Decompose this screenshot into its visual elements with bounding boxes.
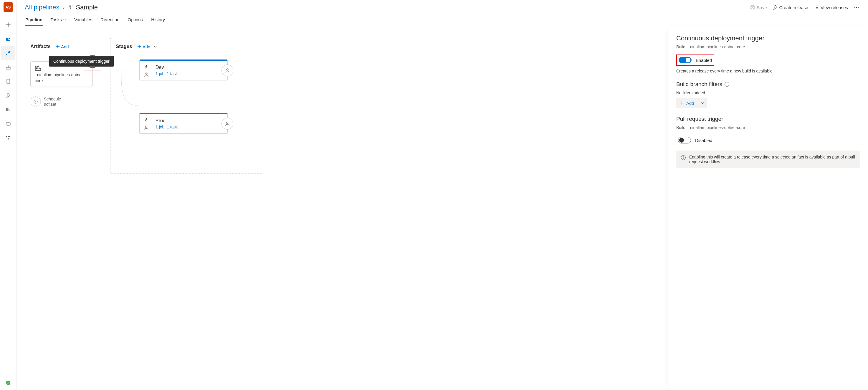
tab-tasks[interactable]: Tasks [50,15,67,26]
artifact-name: _ninallam.pipelines-dotnet-core [35,72,88,84]
rocket-icon [773,5,778,10]
svg-point-20 [226,122,228,124]
svg-rect-6 [7,79,10,83]
cd-trigger-toggle-label: Enabled [696,58,712,63]
stages-panel: Stages Add [110,38,263,174]
cd-trigger-desc: Creates a release every time a new build… [676,69,860,73]
pr-trigger-callout-text: Enabling this will create a release ever… [689,155,855,164]
svg-point-4 [6,54,7,55]
pr-trigger-callout: i Enabling this will create a release ev… [676,151,860,168]
svg-rect-5 [6,67,10,69]
branch-filters-section: Build branch filters i No filters added.… [676,81,860,108]
pr-trigger-title: Pull request trigger [676,116,723,122]
save-button: Save [750,5,767,10]
pr-trigger-toggle[interactable] [678,137,691,144]
svg-point-19 [146,126,147,128]
add-branch-filter-dropdown[interactable] [698,98,707,108]
pr-trigger-toggle-row: Disabled [676,135,714,145]
nav-add-icon[interactable] [1,18,15,32]
stage-subtitle[interactable]: 1 job, 1 task [156,71,210,76]
svg-rect-1 [7,39,7,40]
left-nav-rail: AS [0,0,17,390]
bolt-icon [144,118,149,123]
svg-rect-2 [8,38,8,40]
header: All pipelines › Sample Save Create relea… [17,0,868,12]
cd-trigger-section: Continuous deployment trigger Build: _ni… [676,34,860,73]
info-icon[interactable]: i [724,82,729,87]
list-icon [814,5,819,10]
breadcrumb-root[interactable]: All pipelines [25,3,59,11]
nav-dashboard-icon[interactable] [1,32,15,46]
artifacts-title: Artifacts [30,43,51,50]
nav-shield-icon[interactable] [1,376,15,390]
cd-trigger-tooltip: Continuous deployment trigger [49,56,114,66]
tab-options[interactable]: Options [127,15,144,26]
pr-trigger-section: Pull request trigger Build: _ninallam.pi… [676,116,860,168]
nav-environments-icon[interactable] [1,117,15,131]
svg-rect-11 [9,136,10,137]
create-release-button[interactable]: Create release [773,5,808,10]
person-icon [225,68,230,73]
project-avatar[interactable]: AS [3,2,13,12]
artifacts-panel: Artifacts Add Continuous deployment trig… [25,38,98,144]
cd-trigger-toggle-row: Enabled [676,55,714,66]
schedule-badge[interactable]: Schedule not set [30,96,93,108]
cd-trigger-build: Build: _ninallam.pipelines-dotnet-core [676,44,860,49]
divider [53,43,53,50]
tabs: Pipeline Tasks Variables Retention Optio… [17,12,868,26]
plus-icon [56,44,60,49]
plus-icon [680,101,684,105]
view-releases-button[interactable]: View releases [814,5,848,10]
tab-pipeline[interactable]: Pipeline [25,15,43,26]
stage-name: Prod [156,118,210,123]
save-icon [750,5,755,10]
svg-point-18 [226,69,228,70]
nav-grid-up-icon[interactable] [1,131,15,145]
svg-rect-9 [6,136,7,137]
chevron-down-icon [701,101,704,104]
pr-trigger-toggle-label: Disabled [695,138,712,143]
nav-test-icon[interactable] [1,74,15,88]
nav-pipelines-icon[interactable] [1,46,15,60]
svg-rect-10 [8,136,9,137]
pipeline-canvas: Artifacts Add Continuous deployment trig… [17,26,668,390]
add-artifact-button[interactable]: Add [56,44,69,49]
divider [134,43,135,50]
nav-artifacts-icon[interactable] [1,60,15,74]
tab-history[interactable]: History [151,15,165,26]
cd-trigger-title: Continuous deployment trigger [676,34,860,42]
stage-dev[interactable]: Dev 1 job, 1 task [139,60,228,81]
plus-icon [137,44,142,49]
more-actions-button[interactable]: ⋯ [854,4,860,10]
nav-library-icon[interactable] [1,102,15,117]
chevron-down-icon [153,44,157,49]
svg-rect-7 [7,83,9,83]
schedule-label-2: not set [44,101,61,107]
svg-point-17 [146,73,147,74]
tab-retention[interactable]: Retention [100,15,120,26]
stages-title: Stages [116,43,132,50]
stage-prod[interactable]: Prod 1 job, 1 task [139,113,228,134]
stage-approver-button[interactable] [221,118,233,130]
person-icon [225,121,230,126]
stage-subtitle[interactable]: 1 job, 1 task [156,125,210,129]
cd-trigger-toggle[interactable] [679,57,691,63]
add-stage-button[interactable]: Add [137,44,158,49]
add-branch-filter-button[interactable]: Add [676,98,707,108]
tab-variables[interactable]: Variables [74,15,93,26]
svg-rect-8 [6,123,10,125]
breadcrumb-title: Sample [76,3,98,11]
branch-filters-title: Build branch filters [676,81,722,88]
person-icon [144,72,149,77]
stage-approver-button[interactable] [221,64,233,76]
stage-name: Dev [156,65,210,70]
pr-trigger-build: Build: _ninallam.pipelines-dotnet-core [676,125,860,130]
pipeline-fork-icon [68,5,73,10]
branch-filters-empty: No filters added. [676,90,860,95]
nav-rocket-icon[interactable] [1,88,15,102]
info-icon: i [681,155,686,160]
bolt-icon [144,64,149,69]
svg-rect-3 [9,39,10,40]
chevron-down-icon [63,18,66,21]
right-panel: Continuous deployment trigger Build: _ni… [668,26,868,390]
